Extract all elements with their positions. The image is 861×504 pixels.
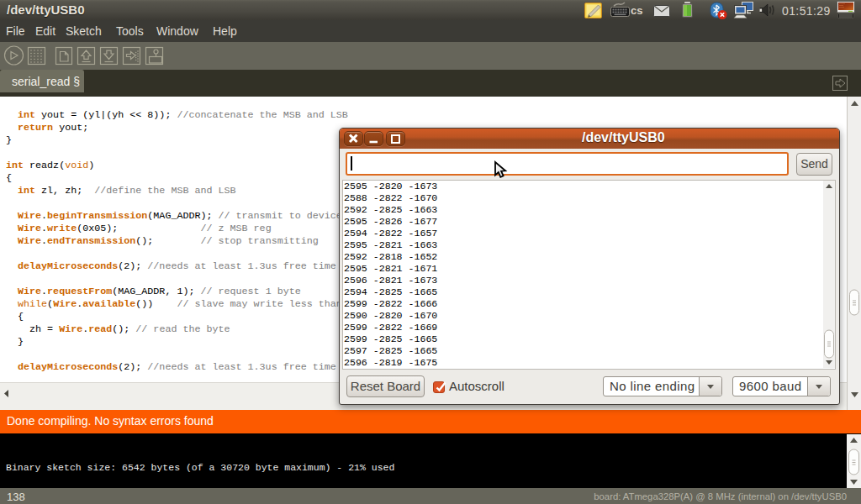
svg-text:cs: cs <box>631 4 642 17</box>
